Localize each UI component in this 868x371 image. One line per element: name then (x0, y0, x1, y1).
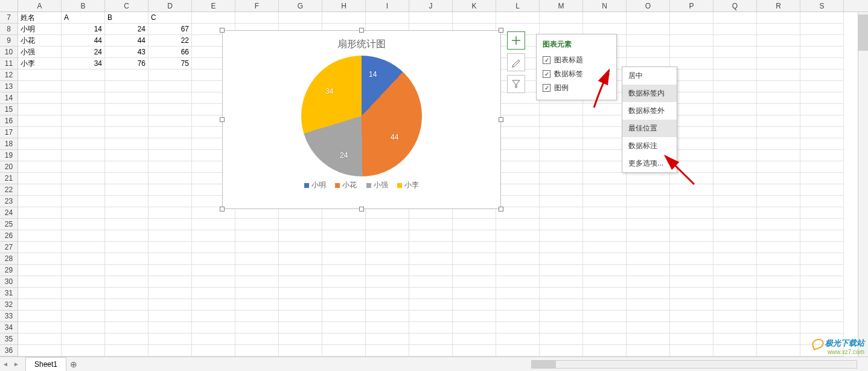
cell[interactable] (583, 115, 627, 127)
cell[interactable] (366, 311, 409, 322)
cell[interactable] (148, 115, 192, 127)
cell[interactable] (453, 242, 496, 253)
cell[interactable] (105, 127, 148, 138)
cell[interactable] (62, 242, 105, 253)
cell[interactable] (62, 322, 105, 334)
cell[interactable] (757, 230, 800, 242)
cell[interactable] (409, 299, 453, 311)
cell[interactable] (496, 253, 540, 265)
cell[interactable] (496, 311, 540, 322)
cell[interactable] (670, 276, 713, 288)
cell[interactable] (583, 161, 627, 173)
cell[interactable] (496, 230, 540, 242)
column-header[interactable]: O (627, 0, 670, 11)
cell[interactable] (62, 253, 105, 265)
cell[interactable] (757, 299, 800, 311)
cell[interactable] (713, 150, 757, 161)
cell[interactable] (18, 219, 62, 230)
cell[interactable] (583, 265, 627, 276)
cell[interactable] (627, 311, 670, 322)
cell[interactable] (366, 334, 409, 345)
cell[interactable] (192, 276, 235, 288)
cell[interactable] (105, 334, 148, 345)
cell[interactable] (62, 345, 105, 356)
cell[interactable] (800, 184, 844, 196)
cell[interactable] (148, 81, 192, 92)
cell[interactable] (757, 127, 800, 138)
cell[interactable] (757, 35, 800, 47)
row-header[interactable]: 33 (0, 311, 18, 322)
cell[interactable] (409, 311, 453, 322)
cell[interactable] (148, 161, 192, 173)
cell[interactable]: 66 (148, 47, 192, 58)
cell[interactable] (366, 12, 409, 24)
cell[interactable] (800, 322, 844, 334)
cell[interactable] (800, 253, 844, 265)
cell[interactable] (670, 242, 713, 253)
legend-item[interactable]: 小花 (335, 180, 357, 190)
row-header[interactable]: 11 (0, 58, 18, 69)
cell[interactable] (62, 219, 105, 230)
cell[interactable] (540, 173, 583, 184)
cell[interactable] (105, 230, 148, 242)
cell[interactable] (540, 127, 583, 138)
cell[interactable] (713, 161, 757, 173)
cell[interactable] (757, 207, 800, 219)
cell[interactable] (583, 196, 627, 207)
cell[interactable] (540, 138, 583, 150)
cell[interactable] (757, 196, 800, 207)
cell[interactable] (627, 219, 670, 230)
cell[interactable] (670, 230, 713, 242)
cell[interactable] (757, 115, 800, 127)
cell[interactable] (496, 265, 540, 276)
cell[interactable] (540, 265, 583, 276)
cell[interactable] (322, 288, 366, 299)
cell[interactable]: 小明 (18, 24, 62, 35)
row-header[interactable]: 30 (0, 276, 18, 288)
horizontal-scroll-thumb[interactable] (532, 361, 556, 368)
cell[interactable] (322, 311, 366, 322)
cell[interactable] (62, 161, 105, 173)
cell[interactable] (62, 334, 105, 345)
cell[interactable] (105, 276, 148, 288)
cell[interactable] (540, 184, 583, 196)
row-header[interactable]: 13 (0, 81, 18, 92)
cell[interactable] (105, 184, 148, 196)
cell[interactable] (670, 299, 713, 311)
cell[interactable] (800, 265, 844, 276)
cell[interactable] (148, 173, 192, 184)
cell[interactable] (670, 24, 713, 35)
cell[interactable] (800, 138, 844, 150)
cell[interactable] (105, 207, 148, 219)
column-header[interactable]: J (409, 0, 453, 11)
cell[interactable] (583, 311, 627, 322)
cell[interactable] (670, 334, 713, 345)
cell[interactable] (18, 288, 62, 299)
cell[interactable] (713, 334, 757, 345)
cell[interactable] (409, 219, 453, 230)
cell[interactable] (540, 104, 583, 115)
resize-handle[interactable] (499, 117, 503, 122)
row-header[interactable]: 25 (0, 219, 18, 230)
data-label[interactable]: 14 (369, 70, 377, 79)
cell[interactable]: 76 (105, 58, 148, 69)
cell[interactable] (540, 242, 583, 253)
cell[interactable] (148, 276, 192, 288)
cell[interactable] (62, 92, 105, 104)
cell[interactable] (105, 299, 148, 311)
cell[interactable] (757, 150, 800, 161)
cell[interactable] (322, 242, 366, 253)
cell[interactable] (540, 311, 583, 322)
cell[interactable] (105, 92, 148, 104)
cell[interactable] (192, 288, 235, 299)
cell[interactable] (366, 322, 409, 334)
cell[interactable] (800, 219, 844, 230)
row-header[interactable]: 29 (0, 265, 18, 276)
cell[interactable]: 24 (105, 24, 148, 35)
cell[interactable] (453, 288, 496, 299)
cell[interactable] (105, 161, 148, 173)
cell[interactable] (583, 322, 627, 334)
cell[interactable] (192, 242, 235, 253)
resize-handle[interactable] (359, 28, 364, 33)
cell[interactable] (713, 92, 757, 104)
